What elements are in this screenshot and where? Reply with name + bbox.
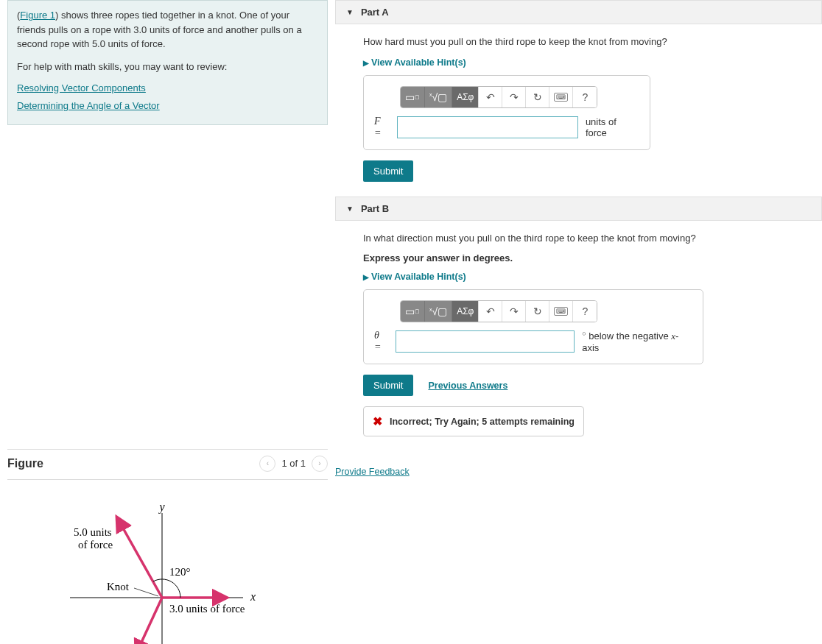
intro-text: ) shows three ropes tied together in a k…: [17, 10, 302, 49]
keyboard-icon[interactable]: ⌨: [549, 301, 573, 322]
greek-icon[interactable]: ΑΣφ: [452, 301, 479, 322]
template-icon[interactable]: ▭▢: [401, 301, 425, 322]
part-a-submit-button[interactable]: Submit: [363, 160, 413, 182]
keyboard-icon[interactable]: ⌨: [549, 87, 573, 107]
help-icon[interactable]: ?: [573, 301, 597, 322]
undo-icon[interactable]: ↶: [479, 87, 502, 107]
part-a-variable: F =: [374, 116, 390, 139]
part-a-toolbar: ▭▢ x√▢ ΑΣφ ↶ ↷ ↻ ⌨ ?: [400, 86, 597, 108]
caret-right-icon: ▶: [363, 59, 369, 67]
previous-answers-link[interactable]: Previous Answers: [428, 381, 507, 391]
svg-text:5.0 units: 5.0 units: [74, 526, 112, 538]
svg-text:of force: of force: [78, 539, 113, 551]
part-b-units: ○ below the negative x-axis: [582, 330, 692, 353]
redo-icon[interactable]: ↷: [502, 87, 526, 107]
svg-line-14: [134, 588, 158, 596]
sqrt-icon[interactable]: x√▢: [425, 301, 452, 322]
part-a-input[interactable]: [397, 116, 578, 138]
part-b-input[interactable]: [396, 330, 575, 353]
part-b-header[interactable]: ▼ Part B: [335, 197, 822, 221]
part-b-answer-box: ▭▢ x√▢ ΑΣφ ↶ ↷ ↻ ⌨ ? θ = ○ below the neg…: [363, 289, 703, 364]
figure-counter: 1 of 1: [281, 458, 306, 469]
part-a-answer-box: ▭▢ x√▢ ΑΣφ ↶ ↷ ↻ ⌨ ? F = units of force: [363, 75, 650, 150]
figure-prev-button[interactable]: ‹: [259, 456, 275, 472]
part-b-hints-toggle[interactable]: ▶View Available Hint(s): [363, 272, 466, 282]
part-a-title: Part A: [361, 7, 389, 18]
incorrect-icon: ✖: [373, 414, 382, 428]
part-b-question: In what direction must you pull on the t…: [363, 231, 822, 246]
svg-text:120°: 120°: [169, 566, 191, 578]
figure-1-link[interactable]: Figure 1: [20, 10, 55, 21]
caret-down-icon: ▼: [346, 205, 354, 213]
part-b-variable: θ =: [374, 330, 388, 353]
svg-text:x: x: [250, 590, 256, 603]
part-b-title: Part B: [361, 203, 389, 214]
svg-line-10: [140, 598, 162, 644]
greek-icon[interactable]: ΑΣφ: [452, 87, 479, 107]
sqrt-icon[interactable]: x√▢: [425, 87, 452, 107]
svg-text:Knot: Knot: [107, 581, 130, 592]
feedback-text: Incorrect; Try Again; 5 attempts remaini…: [390, 417, 575, 427]
part-b-toolbar: ▭▢ x√▢ ΑΣφ ↶ ↷ ↻ ⌨ ?: [400, 300, 597, 322]
caret-down-icon: ▼: [346, 8, 354, 16]
help-icon[interactable]: ?: [573, 87, 597, 107]
help-link-resolving[interactable]: Resolving Vector Components: [17, 81, 146, 96]
problem-intro: (Figure 1) shows three ropes tied togeth…: [7, 0, 328, 125]
redo-icon[interactable]: ↷: [502, 301, 526, 322]
part-b-submit-button[interactable]: Submit: [363, 375, 413, 396]
part-b-express: Express your answer in degrees.: [363, 252, 822, 263]
reset-icon[interactable]: ↻: [526, 87, 549, 107]
help-intro: For help with math skills, you may want …: [17, 59, 318, 75]
caret-right-icon: ▶: [363, 273, 369, 281]
feedback-box: ✖ Incorrect; Try Again; 5 attempts remai…: [363, 406, 584, 436]
undo-icon[interactable]: ↶: [479, 301, 502, 322]
svg-text:y: y: [158, 502, 165, 514]
provide-feedback-link[interactable]: Provide Feedback: [335, 467, 410, 477]
template-icon[interactable]: ▭▢: [401, 87, 425, 107]
part-a-hints-toggle[interactable]: ▶View Available Hint(s): [363, 57, 466, 68]
part-a-question: How hard must you pull on the third rope…: [363, 35, 822, 49]
figure-diagram: y x 3.0 units of force 5.0 units of forc…: [7, 495, 328, 644]
part-a-header[interactable]: ▼ Part A: [335, 0, 822, 24]
help-link-angle[interactable]: Determining the Angle of a Vector: [17, 99, 160, 113]
svg-text:3.0 units of force: 3.0 units of force: [169, 603, 245, 615]
part-a-units: units of force: [586, 116, 639, 138]
figure-title: Figure: [7, 457, 43, 470]
figure-next-button[interactable]: ›: [312, 456, 328, 472]
reset-icon[interactable]: ↻: [526, 301, 549, 322]
